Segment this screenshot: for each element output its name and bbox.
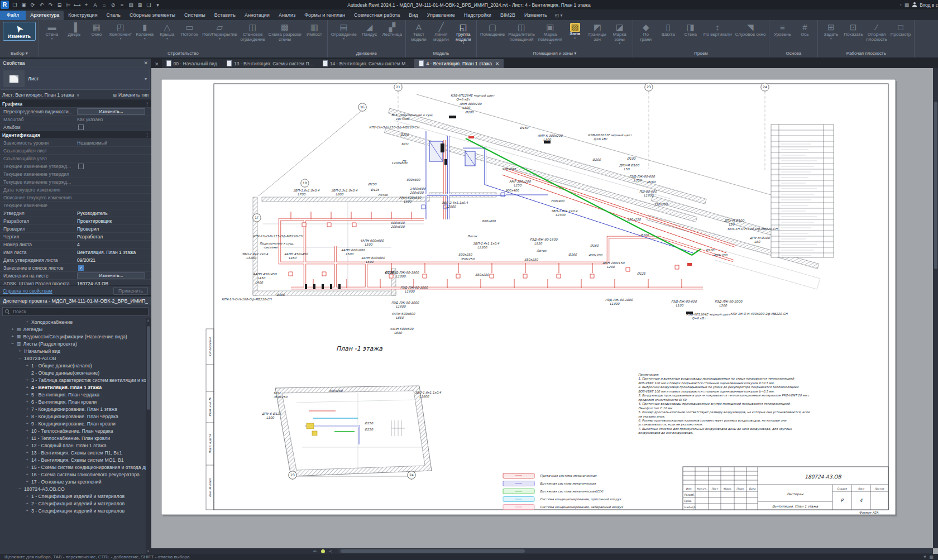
- revit-logo-icon[interactable]: R: [1, 1, 9, 9]
- sign-in-label[interactable]: Вход в с: [920, 2, 938, 8]
- button-по-вертикали[interactable]: ↕По вертикали: [702, 21, 734, 38]
- hide-elements-icon[interactable]: ∞: [313, 549, 317, 554]
- expand-icon[interactable]: +: [25, 428, 29, 433]
- property-row[interactable]: Номер листа4: [0, 241, 151, 248]
- button-пол-перекрытие[interactable]: ▱Пол/Перекрытие▾: [200, 21, 238, 41]
- button-окно[interactable]: ▦Окно: [85, 21, 108, 38]
- expand-icon[interactable]: +: [25, 399, 29, 404]
- reveal-hidden-icon[interactable]: [321, 549, 325, 553]
- property-value[interactable]: Руководитель: [77, 210, 151, 216]
- 3d-view-icon[interactable]: ⌂: [100, 2, 108, 8]
- chevron-down-icon[interactable]: ▾: [145, 76, 150, 82]
- property-row[interactable]: ADSK_Штамп Раздел проекта180724-А3.ОВ: [0, 280, 151, 285]
- visibility-icon[interactable]: ▤: [127, 2, 135, 8]
- button-стена[interactable]: ◨Стена: [679, 21, 702, 38]
- vertical-scrollbar[interactable]: [933, 68, 938, 548]
- sheet-view[interactable]: 180724-А3.ОВИзм.Кол.уч.Лист№док.Подп.Дат…: [151, 68, 934, 549]
- property-value[interactable]: Вентиляция. План 1 этажа: [77, 250, 151, 255]
- expand-icon[interactable]: +: [25, 479, 29, 484]
- expand-icon[interactable]: +: [25, 443, 29, 448]
- button-по-грани[interactable]: ◆По грани: [635, 21, 657, 42]
- scroll-down-icon[interactable]: ∨: [146, 549, 151, 554]
- property-value[interactable]: Проверил: [77, 226, 151, 232]
- property-value[interactable]: 09/20/21: [77, 257, 151, 263]
- tree-item[interactable]: +10 - Теплоснабжение. План чердака: [0, 427, 151, 434]
- button-текст-модели[interactable]: АТекст модели: [408, 21, 430, 42]
- property-row[interactable]: Ссылающийся узел: [0, 155, 151, 162]
- tree-item[interactable]: +11 - Теплоснабжение. План кровли: [0, 434, 151, 442]
- tab-file[interactable]: Файл: [0, 11, 26, 20]
- property-value[interactable]: Разработал: [77, 234, 151, 240]
- tab-управление[interactable]: Управление: [423, 11, 460, 20]
- button-лестница[interactable]: ▞Лестница: [381, 21, 404, 38]
- text-icon[interactable]: A: [91, 2, 99, 8]
- chevron-down-icon[interactable]: ▾: [619, 42, 620, 45]
- property-row[interactable]: Зависимость уровняНезависимый: [0, 139, 151, 147]
- property-row[interactable]: Дата текущего изменения: [0, 186, 151, 194]
- apply-button[interactable]: Применить: [113, 287, 148, 295]
- property-value[interactable]: Проектировщик: [77, 218, 151, 224]
- button-стеновое-ограждение[interactable]: ◫Стеновое ограждение: [239, 21, 267, 42]
- tab-архитектура[interactable]: Архитектура: [26, 11, 64, 20]
- browser-scrollbar[interactable]: ∧∨: [146, 318, 151, 554]
- property-row[interactable]: Текущее изменение утвержд...: [0, 178, 151, 186]
- view-tab[interactable]: 00 - Начальный вид: [162, 59, 222, 68]
- customize-icon[interactable]: ▾: [154, 2, 162, 8]
- expand-icon[interactable]: +: [25, 363, 29, 368]
- filter-icon[interactable]: ▼: [923, 554, 927, 559]
- element-selector[interactable]: Лист: Вентиляция. План 1 этажа: [2, 92, 74, 98]
- expand-icon[interactable]: +: [25, 421, 29, 426]
- property-edit-button[interactable]: Изменить...: [77, 108, 145, 115]
- tree-item[interactable]: +12 - Сводный план. План 1 этажа: [0, 442, 151, 449]
- property-section[interactable]: Идентификация⋮: [0, 131, 151, 139]
- tree-item[interactable]: +16 - Схема системы гликолиевого рекупер…: [0, 471, 151, 478]
- property-row[interactable]: Текущее изменение: [0, 202, 151, 209]
- expand-icon[interactable]: +: [25, 377, 29, 382]
- button-задать[interactable]: ⊞Задать▾: [820, 21, 842, 41]
- chevron-down-icon[interactable]: ▾: [219, 37, 221, 40]
- collapse-icon[interactable]: −: [18, 356, 22, 361]
- button-пандус[interactable]: ◢Пандус: [358, 21, 381, 38]
- property-value[interactable]: 4: [77, 242, 151, 247]
- property-value[interactable]: 180724-А3.ОВ: [77, 281, 151, 286]
- type-selector[interactable]: Лист ▾: [1, 68, 150, 90]
- search-input[interactable]: [12, 308, 146, 315]
- close-hidden-icon[interactable]: ⊠: [136, 2, 144, 8]
- chevron-down-icon[interactable]: ▾: [166, 37, 168, 40]
- button-шахта[interactable]: ▯Шахта: [657, 21, 679, 38]
- expand-icon[interactable]: +: [25, 435, 29, 441]
- property-section[interactable]: Графика⋮: [0, 100, 151, 108]
- tree-item[interactable]: +17 - Основные узлы креплений: [0, 478, 151, 485]
- property-row[interactable]: РазработалПроектировщик: [0, 217, 151, 225]
- group-label[interactable]: Выбор ▾: [0, 50, 39, 58]
- tab-надстройки[interactable]: Надстройки: [460, 11, 496, 20]
- button-изменить[interactable]: ➤Изменить: [3, 22, 36, 41]
- property-row[interactable]: Описание текущего изменения: [0, 194, 151, 202]
- checkbox-unchecked[interactable]: [78, 125, 84, 130]
- edit-type-button[interactable]: ⊞Изменить тип: [113, 92, 149, 98]
- close-tab-icon[interactable]: ✕: [495, 61, 499, 66]
- button-потолок[interactable]: ▭Потолок: [178, 21, 200, 38]
- expand-icon[interactable]: +: [25, 319, 29, 324]
- tree-item[interactable]: −180724-А3.ОВ: [0, 355, 151, 362]
- button-дверь[interactable]: ▐Дверь: [63, 21, 85, 38]
- tab-анализ[interactable]: Анализ: [274, 11, 300, 20]
- tab-сборные-элементы[interactable]: Сборные элементы: [125, 11, 180, 20]
- view-tab[interactable]: 13 - Вентиляция. Схемы систем П...: [222, 59, 318, 68]
- button-схема-разрезки-стены[interactable]: ▩Схема разрезки стены: [267, 21, 303, 42]
- property-row[interactable]: Текущее изменение утвердил: [0, 170, 151, 178]
- property-row[interactable]: Дата утверждения листа09/20/21: [0, 256, 151, 264]
- tree-item[interactable]: +Холодоснабжение: [0, 318, 151, 326]
- expand-icon[interactable]: +: [11, 327, 15, 332]
- properties-help-link[interactable]: Справка по свойствам: [3, 288, 52, 294]
- tree-item[interactable]: +3 - Спецификация изделий и материалов: [0, 507, 151, 514]
- back-icon[interactable]: ‹: [900, 2, 902, 7]
- section-icon[interactable]: ⊘: [109, 2, 117, 8]
- modify-options-icon[interactable]: ◱ ▾: [552, 13, 566, 20]
- tab-системы[interactable]: Системы: [180, 11, 210, 20]
- tree-item[interactable]: 2 - Общие данные(окончание): [0, 369, 151, 376]
- property-row[interactable]: ПроверилПроверил: [0, 225, 151, 233]
- expand-icon[interactable]: +: [25, 392, 29, 397]
- vscroll-thumb[interactable]: [934, 102, 937, 269]
- expand-icon[interactable]: +: [25, 385, 29, 390]
